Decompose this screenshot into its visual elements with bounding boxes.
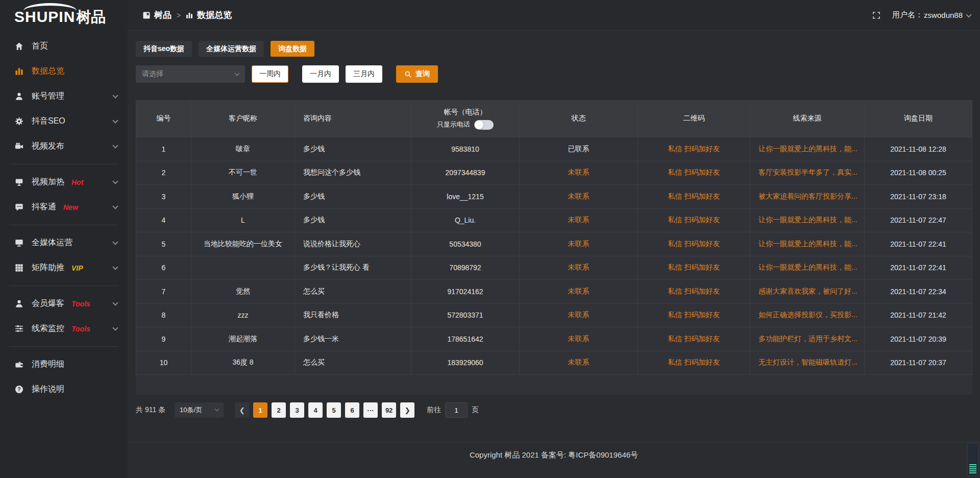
cell-status: 未联系 (520, 256, 638, 280)
page-ellipsis-button[interactable]: ··· (363, 402, 378, 418)
hot-badge: Hot (71, 178, 83, 186)
cell-nickname: zzz (191, 304, 295, 327)
cell-date: 2021-11-07 23:18 (865, 185, 972, 208)
range-month-button[interactable]: 一月内 (302, 65, 339, 83)
cell-qr-links[interactable]: 私信 扫码加好友 (638, 209, 750, 232)
cell-source-link[interactable]: 如何正确选择投影仪，买投影... (750, 304, 865, 327)
tab-inquiry-data[interactable]: 询盘数据 (271, 41, 314, 57)
cell-account: 70898792 (411, 256, 520, 280)
sidebar-item-doukotong[interactable]: 抖客通 New (0, 195, 128, 220)
cell-source-link[interactable]: 多功能护栏灯，适用于乡村文... (750, 327, 865, 351)
cell-source-link[interactable]: 客厅安装投影半年多了，真实... (750, 161, 865, 185)
account-select[interactable]: 请选择 (136, 65, 245, 83)
user-menu[interactable]: 用户名：zswodun88 (892, 10, 971, 20)
page-size-select[interactable]: 10条/页 (175, 402, 224, 418)
sidebar-item-label: 账号管理 (32, 91, 64, 102)
cell-date: 2021-11-08 00:25 (865, 161, 972, 185)
account-header-label: 帐号（电话） (444, 108, 487, 117)
cell-status: 已联系 (520, 137, 638, 161)
cell-account: 183929060 (411, 351, 520, 375)
tools-badge: Tools (71, 325, 90, 333)
svg-text:?: ? (17, 387, 20, 392)
cell-account: 917024162 (411, 280, 520, 303)
sidebar-item-account-management[interactable]: 账号管理 (0, 84, 128, 109)
sidebar-item-label: 抖客通 (32, 202, 56, 212)
main-area: 树品 > 数据总览 用户名：zswodun88 抖音seo数据 全媒体运营数据 … (128, 0, 980, 478)
fullscreen-icon[interactable] (872, 11, 881, 20)
col-header-content: 咨询内容 (295, 100, 411, 137)
cell-source-link[interactable]: 被大家追着问的客厅投影分享... (750, 185, 865, 208)
bar-chart-icon (14, 66, 24, 76)
tab-omnimedia-data[interactable]: 全媒体运营数据 (199, 41, 264, 57)
cell-source-link[interactable]: 无主灯设计，智能磁吸轨道灯... (750, 351, 865, 375)
sidebar-item-label: 全媒体运营 (32, 237, 72, 248)
cell-no: 4 (136, 209, 191, 232)
range-week-button[interactable]: 一周内 (252, 65, 288, 83)
cell-nickname: L (191, 209, 295, 232)
cell-qr-links[interactable]: 私信 扫码加好友 (638, 304, 750, 327)
chat-bubble-icon (14, 202, 24, 212)
sliders-icon (14, 324, 24, 333)
col-header-status: 状态 (520, 100, 638, 137)
page-button-4[interactable]: 4 (308, 402, 323, 418)
sidebar-item-video-heat[interactable]: 视频加热 Hot (0, 170, 128, 195)
cell-qr-links[interactable]: 私信 扫码加好友 (638, 137, 750, 161)
sidebar-divider (9, 346, 118, 347)
gear-icon (14, 116, 24, 126)
cell-source-link[interactable]: 感谢大家喜欢我家，被问了好... (750, 280, 865, 303)
cell-qr-links[interactable]: 私信 扫码加好友 (638, 280, 750, 303)
table-row: 1 啵章 多少钱 9583810 已联系 私信 扫码加好友 让你一眼就爱上的黑科… (136, 137, 972, 161)
page-button-2[interactable]: 2 (272, 402, 286, 418)
page-footer: Copyright 树品 2021 备案号: 粤ICP备09019646号 (128, 442, 980, 460)
page-button-92[interactable]: 92 (382, 402, 396, 418)
floating-widget[interactable] (967, 443, 979, 476)
search-button[interactable]: 查询 (396, 65, 438, 83)
cell-qr-links[interactable]: 私信 扫码加好友 (638, 351, 750, 375)
cell-source-link[interactable]: 让你一眼就爱上的黑科技，能... (750, 137, 865, 161)
breadcrumb-root[interactable]: 树品 (154, 9, 172, 21)
sidebar-item-label: 抖音SEO (32, 116, 65, 127)
sidebar-item-data-overview[interactable]: 数据总览 (0, 59, 128, 84)
col-header-source: 线索来源 (750, 100, 865, 137)
cell-qr-links[interactable]: 私信 扫码加好友 (638, 327, 750, 351)
sidebar-item-video-publish[interactable]: 视频发布 (0, 134, 128, 159)
sidebar-item-home[interactable]: 首页 (0, 34, 128, 59)
cell-source-link[interactable]: 让你一眼就爱上的黑科技，能... (750, 232, 865, 256)
sidebar-item-consumption-detail[interactable]: 消费明细 (0, 352, 128, 377)
cell-qr-links[interactable]: 私信 扫码加好友 (638, 232, 750, 256)
cell-source-link[interactable]: 让你一眼就爱上的黑科技，能... (750, 209, 865, 232)
billboard-icon (14, 177, 24, 187)
sidebar-item-douyin-seo[interactable]: 抖音SEO (0, 109, 128, 134)
next-page-button[interactable]: ❯ (400, 402, 414, 418)
sidebar-item-matrix-boost[interactable]: 矩阵助推 VIP (0, 255, 128, 280)
video-camera-icon (14, 141, 24, 151)
cell-status: 未联系 (520, 232, 638, 256)
phone-only-toggle[interactable] (474, 120, 494, 130)
cell-content: 多少钱一米 (295, 327, 411, 351)
prev-page-button[interactable]: ❮ (235, 402, 249, 418)
chevron-down-icon (112, 300, 118, 305)
cell-source-link[interactable]: 让你一眼就爱上的黑科技，能... (750, 256, 865, 280)
total-count: 共 911 条 (136, 405, 165, 415)
sidebar-item-lead-monitor[interactable]: 线索监控 Tools (0, 316, 128, 341)
chevron-down-icon (112, 178, 118, 184)
cell-no: 1 (136, 137, 191, 161)
cell-qr-links[interactable]: 私信 扫码加好友 (638, 256, 750, 280)
page-button-1[interactable]: 1 (253, 402, 267, 418)
page-button-5[interactable]: 5 (327, 402, 341, 418)
sidebar-item-label: 数据总览 (32, 66, 64, 77)
goto-page-input[interactable] (445, 402, 468, 418)
range-quarter-button[interactable]: 三月内 (346, 65, 382, 83)
cell-qr-links[interactable]: 私信 扫码加好友 (638, 161, 750, 185)
sidebar-item-omnimedia[interactable]: 全媒体运营 (0, 230, 128, 255)
sidebar-item-instructions[interactable]: ? 操作说明 (0, 377, 128, 402)
cell-nickname: 当地比较能吃的一位美女 (191, 232, 295, 256)
page-button-3[interactable]: 3 (290, 402, 304, 418)
sidebar-item-member-burst[interactable]: 会员爆客 Tools (0, 291, 128, 316)
page-button-6[interactable]: 6 (345, 402, 359, 418)
cell-qr-links[interactable]: 私信 扫码加好友 (638, 185, 750, 208)
tab-douyin-seo-data[interactable]: 抖音seo数据 (136, 41, 192, 57)
cell-content: 说说价格让我死心 (295, 232, 411, 256)
topbar: 树品 > 数据总览 用户名：zswodun88 (128, 0, 980, 31)
breadcrumb-current: 数据总览 (197, 9, 232, 21)
